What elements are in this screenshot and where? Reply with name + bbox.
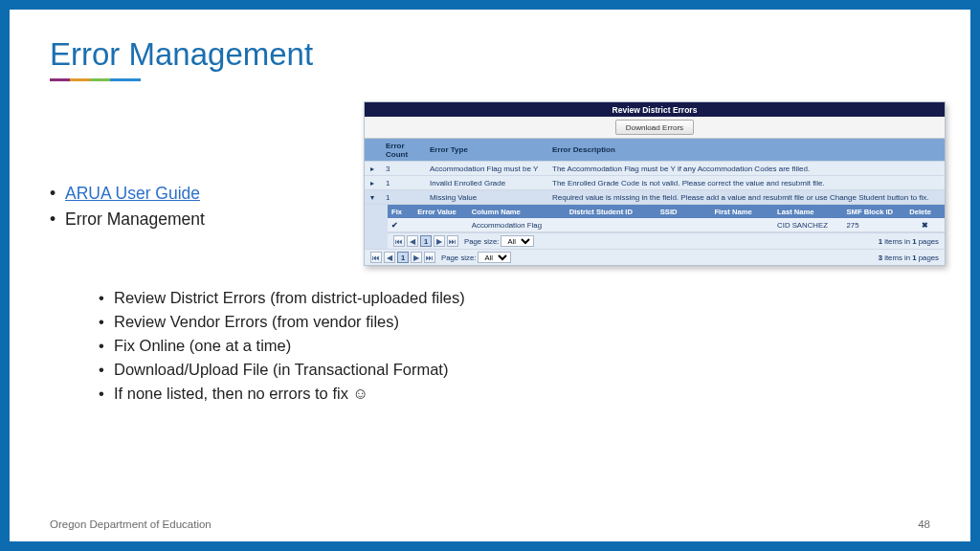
bullet-error-management: Error Management	[65, 209, 205, 229]
pager-current-page: 1	[420, 235, 432, 247]
ncell-fn	[710, 218, 773, 232]
table-row: ▾ 1 Missing Value Required value is miss…	[365, 190, 945, 205]
expand-icon[interactable]: ▸	[365, 162, 380, 176]
arua-user-guide-link[interactable]: ARUA User Guide	[65, 184, 200, 203]
pager-first-icon[interactable]: ⏮	[393, 235, 405, 247]
cell-count: 1	[380, 190, 424, 205]
sub-item: Review Vendor Errors (from vendor files)	[99, 313, 465, 331]
ncol-last-name: Last Name	[773, 205, 842, 218]
cell-count: 1	[380, 176, 424, 190]
col-error-type: Error Type	[424, 139, 546, 162]
table-row: ▸ 1 Invalid Enrolled Grade The Enrolled …	[365, 176, 945, 190]
col-expander	[365, 139, 380, 162]
fix-check-icon[interactable]: ✔	[388, 218, 413, 232]
ncol-delete: Delete	[905, 205, 945, 218]
nested-table: Fix Error Value Column Name District Stu…	[388, 205, 945, 232]
outer-pager: ⏮ ◀ 1 ▶ ⏭ Page size: All 3 items in 1 pa…	[365, 249, 945, 265]
cell-type: Accommodation Flag must be Y	[424, 162, 546, 176]
pager-size-select[interactable]: All	[501, 235, 534, 247]
panel-toolbar: Download Errors	[365, 117, 945, 139]
ncol-district-student-id: District Student ID	[566, 205, 657, 218]
table-row: ▸ 3 Accommodation Flag must be Y The Acc…	[365, 162, 945, 176]
ncol-error-value: Error Value	[413, 205, 468, 218]
collapse-icon[interactable]: ▾	[365, 190, 380, 205]
pager-summary: 3 items in 1 pages	[879, 253, 939, 262]
slide-frame: Error Management ARUA User Guide Error M…	[0, 0, 980, 551]
ncol-ssid: SSID	[657, 205, 711, 218]
delete-icon[interactable]: ✖	[905, 218, 945, 232]
nested-table-wrap: Fix Error Value Column Name District Stu…	[365, 205, 945, 250]
pager-size-select[interactable]: All	[478, 252, 511, 263]
footer-page-number: 48	[918, 518, 930, 530]
review-errors-panel: Review District Errors Download Errors E…	[364, 101, 946, 266]
ncell-err	[413, 218, 468, 232]
nested-row: ✔ Accommodation Flag CID SANCHEZ 275 ✖	[388, 218, 945, 232]
sub-item: Download/Upload File (in Transactional F…	[99, 361, 465, 379]
cell-desc: Required value is missing in the field. …	[546, 190, 945, 205]
cell-type: Missing Value	[424, 190, 546, 205]
col-error-count: Error Count	[380, 139, 424, 162]
page-title: Error Management	[50, 36, 930, 73]
errors-table: Error Count Error Type Error Description…	[365, 139, 945, 249]
col-error-description: Error Description	[546, 139, 945, 162]
cell-count: 3	[380, 162, 424, 176]
sub-bullet-list: Review District Errors (from district-up…	[99, 289, 465, 408]
slide-body: Error Management ARUA User Guide Error M…	[10, 10, 970, 541]
panel-title: Review District Errors	[365, 102, 945, 117]
ncell-dsid	[566, 218, 657, 232]
footer-org: Oregon Department of Education	[50, 518, 212, 530]
cell-desc: The Enrolled Grade Code is not valid. Pl…	[546, 176, 945, 190]
sub-item: If none listed, then no errors to fix ☺	[99, 385, 465, 403]
ncell-ssid	[657, 218, 711, 232]
title-underline	[50, 78, 141, 81]
pager-prev-icon[interactable]: ◀	[384, 252, 395, 263]
ncol-smf-block-id: SMF Block ID	[843, 205, 906, 218]
pager-size-label: Page size:	[441, 253, 476, 262]
pager-next-icon[interactable]: ▶	[411, 252, 422, 263]
expand-icon[interactable]: ▸	[365, 176, 380, 190]
ncell-smf: 275	[843, 218, 906, 232]
pager-current-page: 1	[397, 252, 409, 263]
ncol-column-name: Column Name	[468, 205, 566, 218]
ncell-ln: CID SANCHEZ	[773, 218, 842, 232]
pager-last-icon[interactable]: ⏭	[447, 235, 458, 247]
ncell-col: Accommodation Flag	[468, 218, 566, 232]
inner-pager: ⏮ ◀ 1 ▶ ⏭ Page size: All 1 items in	[388, 232, 945, 249]
ncol-fix: Fix	[388, 205, 413, 218]
pager-size-label: Page size:	[464, 237, 499, 246]
download-errors-button[interactable]: Download Errors	[615, 120, 694, 135]
cell-desc: The Accommodation Flag must be Y if any …	[546, 162, 945, 176]
slide-footer: Oregon Department of Education 48	[50, 518, 930, 530]
sub-item: Fix Online (one at a time)	[99, 337, 465, 355]
pager-first-icon[interactable]: ⏮	[370, 252, 382, 263]
pager-summary: 1 items in 1 pages	[879, 237, 939, 246]
pager-next-icon[interactable]: ▶	[434, 235, 445, 247]
sub-item: Review District Errors (from district-up…	[99, 289, 465, 307]
ncol-first-name: First Name	[710, 205, 773, 218]
pager-last-icon[interactable]: ⏭	[424, 252, 435, 263]
cell-type: Invalid Enrolled Grade	[424, 176, 546, 190]
pager-prev-icon[interactable]: ◀	[407, 235, 418, 247]
